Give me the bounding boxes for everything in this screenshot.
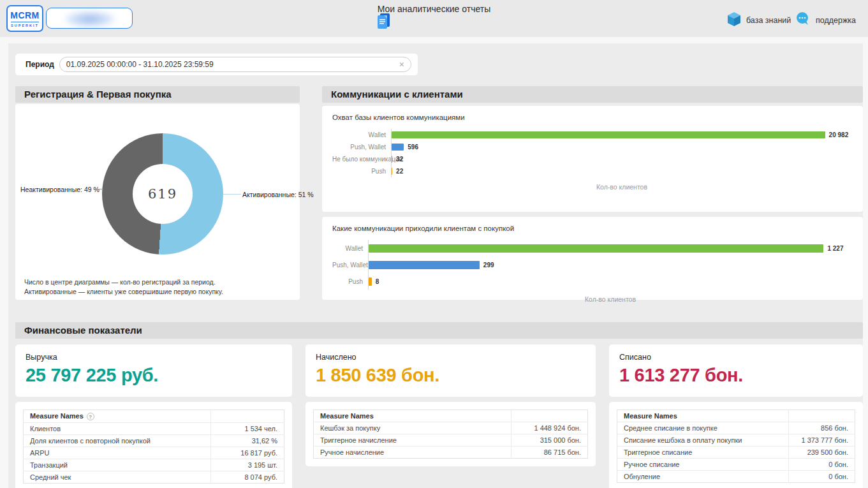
bar-row: Push, Wallet 299: [332, 256, 853, 273]
table-header-row: Measure Names: [314, 410, 588, 422]
bar-value-label: 299: [483, 262, 494, 269]
purchase-communications-chart-card: Какие коммуникации приходили клиентам с …: [322, 217, 863, 300]
finance-columns: Выручка 25 797 225 руб. Measure Names? К…: [15, 344, 863, 488]
donut-leader-line-left: [93, 189, 103, 189]
top-bar: MCRM SUPERKIT Мои аналитические отчеты б…: [0, 0, 868, 37]
table-row: Триггерное списание239 500 бон.: [617, 447, 855, 459]
measure-label: Обнуление: [617, 471, 789, 483]
table-row: Доля клиентов с повторной покупкой31,62 …: [24, 435, 284, 447]
bar-value-label: 32: [396, 156, 403, 163]
bar-push[interactable]: [392, 168, 392, 175]
footnote-line-2: Активированные — клиенты уже совершившие…: [24, 287, 223, 297]
revenue-table: Measure Names? Клиентов1 534 чел. Доля к…: [23, 410, 284, 484]
coverage-chart-card: Охват базы клиентов коммуникациями Walle…: [322, 106, 863, 212]
measure-value: 1 534 чел.: [211, 423, 284, 435]
table-row: ARPU16 817 руб.: [24, 447, 284, 459]
section-title-communications: Коммуникации с клиентами: [322, 86, 863, 103]
support-label: поддержка: [816, 16, 856, 25]
table-header-row: Measure Names?: [24, 410, 284, 423]
cube-icon: [727, 11, 741, 29]
accrued-table-card: Measure Names Кешбэк за покупку1 448 924…: [305, 402, 596, 466]
kpi-label: Списано: [619, 353, 853, 362]
bar-category-label: Push, Wallet: [332, 144, 391, 151]
help-icon[interactable]: ?: [87, 413, 94, 420]
period-value: 01.09.2025 00:00:00 - 31.10.2025 23:59:5…: [66, 60, 399, 69]
donut-label-inactive: Неактивированные: 49 %: [20, 186, 92, 193]
measure-label: Ручное списание: [617, 459, 789, 471]
writeoff-kpi-card: Списано 1 613 277 бон.: [609, 344, 863, 397]
revenue-column: Выручка 25 797 225 руб. Measure Names? К…: [15, 344, 292, 488]
measure-label: Среднее списание в покупке: [617, 422, 789, 434]
table-header-cell: Measure Names?: [24, 410, 211, 423]
bar-push-wallet[interactable]: [369, 261, 480, 269]
bar-row: Push 8: [332, 273, 853, 290]
donut-leader-line-right: [223, 194, 241, 195]
measure-value: 856 бон.: [788, 422, 855, 434]
bar-row: Push, Wallet 596: [332, 141, 853, 153]
table-row: Кешбэк за покупку1 448 924 бон.: [314, 422, 588, 434]
measure-value: 0 бон.: [788, 459, 855, 471]
bar-value-label: 22: [396, 168, 403, 175]
support-button[interactable]: поддержка: [795, 11, 856, 29]
table-row: Списание кешбэка в оплату покупки1 373 7…: [617, 434, 855, 447]
table-header-cell: Measure Names: [314, 410, 511, 422]
measure-value: 239 500 бон.: [788, 447, 855, 459]
report-document-icon: [375, 13, 392, 33]
logo-divider: [11, 22, 39, 22]
donut-footnote: Число в центре диаграммы — кол-во регист…: [24, 277, 223, 297]
donut-hole: 619: [133, 164, 193, 224]
bar-category-label: Push: [332, 278, 368, 285]
writeoff-column: Списано 1 613 277 бон. Measure Names Сре…: [609, 344, 863, 488]
bar-value-label: 596: [408, 144, 418, 151]
coverage-chart-title: Охват базы клиентов коммуникациями: [332, 114, 853, 121]
measure-label: Триггерное списание: [617, 447, 789, 459]
donut-label-active: Активированные: 51 %: [242, 191, 314, 198]
table-row: Клиентов1 534 чел.: [24, 423, 284, 435]
clear-period-icon[interactable]: ×: [399, 60, 404, 69]
donut-center-value: 619: [148, 186, 177, 202]
coverage-chart: Wallet 20 982 Push, Wallet 596 Не было к…: [332, 129, 853, 191]
accrued-table: Measure Names Кешбэк за покупку1 448 924…: [313, 410, 588, 459]
bar-no-communication[interactable]: [392, 156, 392, 163]
logo-subtext: SUPERKIT: [11, 24, 39, 27]
knowledge-base-label: база знаний: [746, 16, 791, 25]
measure-value: 31,62 %: [211, 435, 284, 447]
registration-donut-card: 619 Неактивированные: 49 % Активированны…: [15, 104, 300, 300]
measure-value: 8 074 руб.: [211, 471, 284, 484]
x-axis-label: Кол-во клиентов: [391, 183, 853, 191]
table-row: Триггерное начисление315 000 бон.: [314, 434, 588, 447]
bar-category-label: Push: [332, 168, 391, 175]
bar-wallet[interactable]: [369, 244, 823, 253]
bar-push-wallet[interactable]: [392, 144, 404, 151]
x-axis-label: Кол-во клиентов: [368, 295, 853, 303]
bar-category-label: Wallet: [332, 245, 368, 252]
purchase-chart: Wallet 1 227 Push, Wallet 299 Push 8 Кол…: [332, 240, 853, 303]
bar-wallet[interactable]: [392, 131, 825, 138]
measure-label: Кешбэк за покупку: [314, 422, 511, 434]
period-input[interactable]: 01.09.2025 00:00:00 - 31.10.2025 23:59:5…: [59, 57, 411, 72]
measure-names-label: Measure Names: [30, 412, 84, 420]
measure-value: 3 195 шт.: [211, 459, 284, 471]
measure-label: ARPU: [24, 447, 211, 459]
period-label: Период: [26, 60, 54, 69]
bar-push[interactable]: [369, 277, 372, 286]
measure-value: 86 715 бон.: [511, 447, 587, 459]
dashboard-area: Период 01.09.2025 00:00:00 - 31.10.2025 …: [8, 43, 863, 488]
table-row: Транзакций3 195 шт.: [24, 459, 284, 471]
measure-value: 1 373 777 бон.: [788, 434, 855, 447]
accrued-column: Начислено 1 850 639 бон. Measure Names К…: [305, 344, 596, 488]
table-header-value-cell: [211, 410, 284, 423]
bar-category-label: Не было коммуникации: [332, 156, 391, 163]
measure-label: Триггерное начисление: [314, 434, 511, 447]
table-header-value-cell: [511, 410, 587, 422]
writeoff-kpi-value: 1 613 277 бон.: [619, 365, 853, 386]
footnote-line-1: Число в центре диаграммы — кол-во регист…: [24, 277, 223, 287]
bar-category-label: Wallet: [332, 131, 391, 138]
bar-row: Push 22: [332, 165, 853, 177]
bar-value-label: 20 982: [829, 131, 849, 138]
measure-value: 16 817 руб.: [211, 447, 284, 459]
bar-value-label: 8: [376, 278, 379, 285]
knowledge-base-button[interactable]: база знаний: [727, 11, 791, 29]
writeoff-table: Measure Names Среднее списание в покупке…: [617, 410, 855, 483]
table-header-value-cell: [788, 410, 855, 422]
